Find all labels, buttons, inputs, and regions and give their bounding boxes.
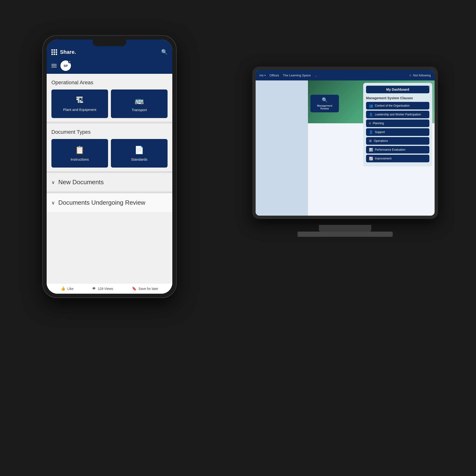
tab-ms[interactable]: ms ▾: [259, 73, 266, 78]
scene: Share. 🔍 SP + Operat: [24, 24, 452, 452]
tablet-nav: ms ▾ Offices The Learning Space ... ☆ No…: [255, 70, 435, 81]
search-icon[interactable]: 🔍: [161, 49, 168, 55]
tablet-device: ms ▾ Offices The Learning Space ... ☆ No…: [252, 67, 438, 219]
phone-content: Operational Areas 🏗 Plant and Equipment …: [47, 74, 172, 283]
save-action[interactable]: 🔖 Save for later: [132, 286, 158, 291]
bookmark-icon: 🔖: [132, 286, 136, 291]
views-label: 129 Views: [98, 287, 113, 290]
documents-review-label: Documents Undergoing Review: [58, 199, 145, 206]
tablet-sidebar: [255, 81, 308, 216]
sp-plus-icon: +: [68, 60, 71, 63]
views-icon: 👁: [92, 287, 96, 291]
management-review-icon: 🔍: [322, 97, 328, 103]
context-label: Context of the Organisation: [375, 104, 409, 107]
leadership-icon: 👤: [369, 113, 373, 116]
planning-label: Planning: [373, 122, 384, 125]
operational-areas-title: Operational Areas: [51, 80, 168, 86]
save-label: Save for later: [138, 287, 158, 290]
operations-label: Operations: [374, 139, 388, 143]
msc-performance-button[interactable]: 📊 Performance Evaluation: [366, 146, 429, 153]
phone-header-left: Share.: [51, 49, 76, 55]
performance-label: Performance Evaluation: [375, 148, 405, 151]
standards-button[interactable]: 📄 Standards: [111, 139, 168, 168]
document-types-section: Document Types 📋 Instructions 📄 Standard…: [47, 123, 172, 171]
support-icon: 👤: [369, 130, 373, 134]
sidebar-preview: [255, 81, 308, 216]
leadership-label: Leadership and Worker Participation: [375, 113, 421, 116]
plant-equipment-button[interactable]: 🏗 Plant and Equipment: [51, 89, 108, 118]
phone-footer: 👍 Like 👁 129 Views 🔖 Save for later: [47, 283, 172, 294]
plant-equipment-label: Plant and Equipment: [63, 108, 96, 112]
transport-icon: 🚌: [135, 96, 144, 105]
not-following-button[interactable]: ☆ Not following: [409, 73, 431, 77]
phone-nav: SP +: [47, 59, 172, 74]
phone-app-title: Share.: [60, 49, 76, 55]
msc-leadership-button[interactable]: 👤 Leadership and Worker Participation: [366, 111, 429, 118]
standards-icon: 📄: [135, 145, 144, 154]
standards-label: Standards: [131, 157, 147, 161]
instructions-label: Instructions: [71, 157, 89, 161]
msc-planning-button[interactable]: ≡ Planning: [366, 119, 429, 127]
support-label: Support: [375, 130, 385, 134]
improvement-label: Improvement: [375, 157, 391, 160]
context-icon: 👥: [369, 104, 373, 108]
performance-icon: 📊: [369, 148, 373, 152]
transport-button[interactable]: 🚌 Transport: [111, 89, 168, 118]
like-action[interactable]: 👍 Like: [61, 286, 73, 291]
tablet-base: [298, 232, 393, 237]
follow-label: Not following: [413, 73, 431, 77]
document-types-title: Document Types: [51, 129, 168, 135]
msc-operations-button[interactable]: ⚙ Operations: [366, 137, 429, 145]
document-types-grid: 📋 Instructions 📄 Standards: [51, 139, 168, 168]
tab-offices[interactable]: Offices: [270, 73, 279, 78]
msc-improvement-button[interactable]: 📈 Improvement: [366, 155, 429, 162]
management-review-label: Management Review: [313, 104, 337, 110]
instructions-button[interactable]: 📋 Instructions: [51, 139, 108, 168]
like-icon: 👍: [61, 286, 66, 291]
instructions-icon: 📋: [75, 145, 85, 154]
msc-context-button[interactable]: 👥 Context of the Organisation: [366, 102, 429, 109]
my-dashboard-button[interactable]: My Dashboard: [366, 86, 429, 93]
improvement-icon: 📈: [369, 157, 373, 160]
star-icon: ☆: [409, 73, 412, 77]
tablet-screen: ms ▾ Offices The Learning Space ... ☆ No…: [255, 70, 435, 216]
plant-equipment-icon: 🏗: [76, 96, 84, 105]
apps-icon[interactable]: [51, 49, 57, 55]
msc-support-button[interactable]: 👤 Support: [366, 128, 429, 136]
new-documents-row[interactable]: ∨ New Documents: [47, 173, 172, 192]
tablet-hero-image: 🔍 Management Review ⤢ My Dashboard Manag…: [308, 81, 435, 123]
operational-areas-section: Operational Areas 🏗 Plant and Equipment …: [47, 74, 172, 122]
phone-screen: Share. 🔍 SP + Operat: [47, 39, 172, 294]
phone-notch: [93, 39, 126, 46]
operations-icon: ⚙: [369, 139, 372, 143]
new-documents-label: New Documents: [58, 178, 104, 186]
tab-learning-space[interactable]: The Learning Space: [283, 73, 311, 78]
sp-logo: SP +: [60, 60, 71, 71]
transport-label: Transport: [132, 108, 147, 112]
chevron-down-icon-2: ∨: [51, 200, 55, 206]
tablet-main-content: 🔍 Management Review ⤢ My Dashboard Manag…: [308, 81, 435, 216]
views-action: 👁 129 Views: [92, 287, 113, 291]
planning-icon: ≡: [369, 121, 371, 125]
phone-device: Share. 🔍 SP + Operat: [43, 36, 176, 298]
documents-review-row[interactable]: ∨ Documents Undergoing Review: [47, 193, 172, 212]
tablet-body: 🔍 Management Review ⤢ My Dashboard Manag…: [255, 81, 435, 216]
like-label: Like: [67, 287, 73, 290]
expand-icon[interactable]: ⤢: [427, 85, 430, 88]
hamburger-menu[interactable]: [51, 64, 57, 67]
operational-areas-grid: 🏗 Plant and Equipment 🚌 Transport: [51, 89, 168, 118]
chevron-down-icon-tab: ▾: [264, 74, 266, 77]
management-review-card[interactable]: 🔍 Management Review: [310, 95, 339, 112]
chevron-down-icon: ∨: [51, 179, 55, 185]
dashboard-panel: ⤢ My Dashboard Management System Clauses…: [363, 83, 432, 166]
tablet-stand: [319, 225, 371, 232]
msc-title: Management System Clauses: [366, 96, 429, 100]
tab-more[interactable]: ...: [315, 73, 317, 78]
